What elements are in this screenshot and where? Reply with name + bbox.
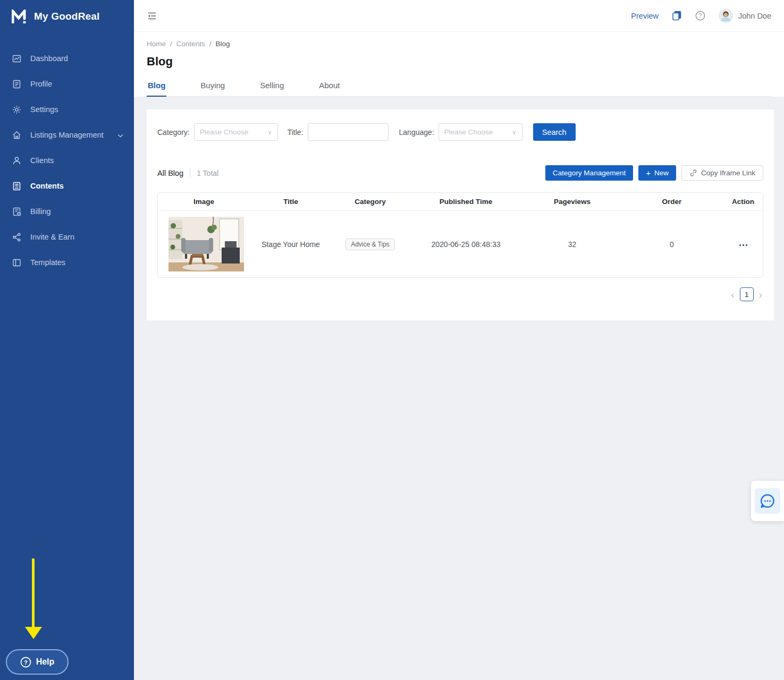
sidebar-item-label: Clients xyxy=(30,156,54,165)
sidebar-item-clients[interactable]: Clients xyxy=(0,148,134,173)
col-order: Order xyxy=(621,193,722,211)
language-placeholder: Please Choose xyxy=(444,128,512,136)
col-action: Action xyxy=(722,193,763,211)
search-button[interactable]: Search xyxy=(533,123,576,141)
help-button[interactable]: ? Help xyxy=(6,649,69,675)
menu-fold-icon[interactable] xyxy=(147,11,157,21)
sidebar-item-label: Contents xyxy=(30,182,64,190)
new-button-label: New xyxy=(654,169,669,177)
contents-icon xyxy=(12,182,21,191)
sidebar-item-billing[interactable]: Billing xyxy=(0,199,134,224)
top-bar: Preview ? xyxy=(134,0,784,32)
sidebar-item-dashboard[interactable]: Dashboard xyxy=(0,46,134,71)
billing-icon xyxy=(12,207,21,216)
more-actions-icon[interactable] xyxy=(738,241,748,249)
breadcrumb: Home / Contents / Blog xyxy=(147,40,771,48)
next-page-icon[interactable]: › xyxy=(759,290,762,300)
prev-page-icon[interactable]: ‹ xyxy=(731,290,734,300)
dashboard-icon xyxy=(12,54,21,63)
tab-about[interactable]: About xyxy=(318,76,341,96)
tab-blog[interactable]: Blog xyxy=(147,76,166,97)
col-image: Image xyxy=(158,193,250,211)
table-row: Stage Your Home Advice & Tips 2020-06-25… xyxy=(158,211,763,278)
copy-iframe-link-button[interactable]: Copy Iframe Link xyxy=(681,165,763,181)
divider xyxy=(190,168,190,177)
tab-bar: Blog Buying Selling About xyxy=(147,76,771,97)
app-logo[interactable]: My GoodReal xyxy=(0,0,134,33)
breadcrumb-home[interactable]: Home xyxy=(147,40,166,48)
col-published-time: Published Time xyxy=(409,193,523,211)
svg-text:?: ? xyxy=(699,13,702,19)
gear-icon xyxy=(12,105,21,114)
breadcrumb-contents[interactable]: Contents xyxy=(176,40,205,48)
copy-pages-icon[interactable] xyxy=(672,11,682,21)
breadcrumb-blog: Blog xyxy=(216,40,230,48)
main-area: Preview ? xyxy=(134,0,784,680)
table-header-row: Image Title Category Published Time Page… xyxy=(158,193,763,211)
breadcrumb-separator: / xyxy=(209,40,212,48)
blog-table: Image Title Category Published Time Page… xyxy=(157,192,763,278)
sidebar-item-label: Billing xyxy=(30,207,51,216)
share-icon xyxy=(12,233,21,242)
home-icon xyxy=(12,131,21,140)
breadcrumb-separator: / xyxy=(170,40,172,48)
category-management-button[interactable]: Category Management xyxy=(545,165,633,181)
category-placeholder: Please Choose xyxy=(200,128,267,136)
sidebar-item-label: Invite & Earn xyxy=(30,233,74,241)
sidebar-item-label: Dashboard xyxy=(30,54,68,63)
content-area: Category: Please Choose ∨ Title: Languag… xyxy=(134,97,784,680)
all-blog-label: All Blog xyxy=(157,169,183,177)
new-button[interactable]: + New xyxy=(638,165,676,181)
sidebar-item-templates[interactable]: Templates xyxy=(0,250,134,275)
help-circle-icon[interactable]: ? xyxy=(695,11,705,21)
link-icon xyxy=(689,169,697,177)
profile-icon xyxy=(12,80,21,89)
question-circle-icon: ? xyxy=(20,657,31,668)
app-title: My GoodReal xyxy=(34,11,100,22)
person-icon xyxy=(12,156,21,165)
category-select[interactable]: Please Choose ∨ xyxy=(194,123,278,141)
col-pageviews: Pageviews xyxy=(523,193,621,211)
arrow-shaft xyxy=(32,558,35,628)
col-category: Category xyxy=(332,193,409,211)
title-input[interactable] xyxy=(308,123,389,141)
sidebar-item-settings[interactable]: Settings xyxy=(0,97,134,122)
blog-post-thumbnail xyxy=(168,217,244,271)
avatar xyxy=(719,8,733,23)
sidebar-item-profile[interactable]: Profile xyxy=(0,71,134,97)
sidebar-item-listings-management[interactable]: Listings Management xyxy=(0,122,134,148)
brand-m-icon xyxy=(12,10,28,23)
chevron-down-icon: ∨ xyxy=(512,129,517,136)
chat-bubble-icon xyxy=(760,493,775,509)
category-label: Category: xyxy=(157,128,190,137)
row-published-time: 2020-06-25 08:48:33 xyxy=(409,211,523,278)
svg-text:?: ? xyxy=(24,659,28,666)
title-label: Title: xyxy=(288,128,304,137)
sidebar-item-label: Settings xyxy=(30,105,58,114)
page-number[interactable]: 1 xyxy=(740,287,754,301)
sidebar-item-invite-earn[interactable]: Invite & Earn xyxy=(0,224,134,250)
copy-iframe-label: Copy Iframe Link xyxy=(701,169,755,177)
row-pageviews: 32 xyxy=(523,211,621,278)
preview-link[interactable]: Preview xyxy=(631,12,659,20)
page-head: Home / Contents / Blog Blog Blog Buying … xyxy=(134,32,784,97)
sidebar-item-label: Templates xyxy=(30,258,65,267)
sidebar-item-contents[interactable]: Contents xyxy=(0,173,134,199)
tab-selling[interactable]: Selling xyxy=(259,76,285,96)
sidebar-item-label: Profile xyxy=(30,80,52,88)
chat-button[interactable] xyxy=(755,488,780,514)
filter-bar: Category: Please Choose ∨ Title: Languag… xyxy=(157,123,763,141)
row-order: 0 xyxy=(621,211,722,278)
language-select[interactable]: Please Choose ∨ xyxy=(439,123,522,141)
help-label: Help xyxy=(36,657,55,667)
sidebar: My GoodReal Dashboard Profile Settings L… xyxy=(0,0,134,680)
chevron-down-icon xyxy=(117,131,123,139)
pagination: ‹ 1 › xyxy=(157,287,763,301)
plus-icon: + xyxy=(646,169,651,177)
blog-panel: Category: Please Choose ∨ Title: Languag… xyxy=(147,109,774,320)
page-title: Blog xyxy=(147,55,771,69)
chevron-down-icon: ∨ xyxy=(267,129,272,136)
toolbar-buttons: Category Management + New Copy Iframe Li… xyxy=(545,165,763,181)
tab-buying[interactable]: Buying xyxy=(199,76,226,96)
user-menu[interactable]: John Doe xyxy=(719,8,771,23)
